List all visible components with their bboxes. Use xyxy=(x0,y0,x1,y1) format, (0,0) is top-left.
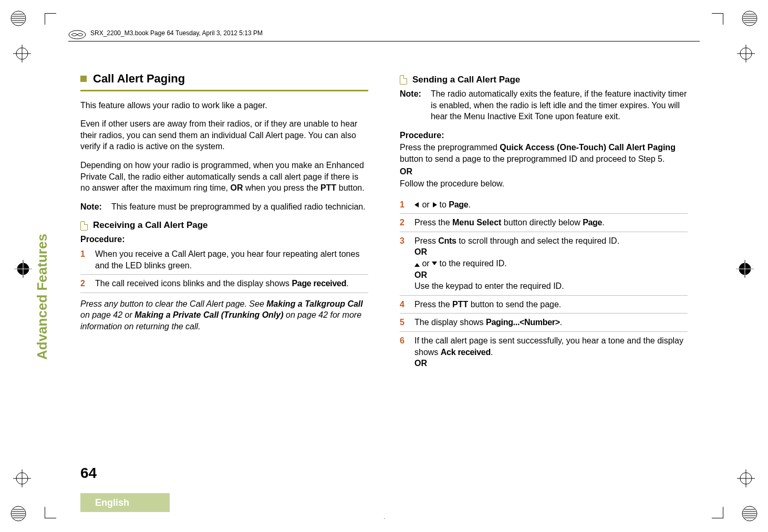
text: . xyxy=(560,318,562,327)
note-row: Note: The radio automatically exits the … xyxy=(400,88,688,122)
density-icon xyxy=(739,8,760,29)
crop-mark xyxy=(45,507,56,518)
procedure-step: 3 Press Cnts to scroll through and selec… xyxy=(400,233,688,296)
crop-mark xyxy=(712,13,723,25)
density-icon xyxy=(8,8,29,29)
step-number: 1 xyxy=(80,248,90,271)
cross-reference: Press any button to clear the Call Alert… xyxy=(80,298,368,332)
text: The call received icons blinks and the d… xyxy=(95,279,292,288)
procedure-step: 6 If the call alert page is sent success… xyxy=(400,333,688,372)
section-rule xyxy=(80,90,368,91)
radio-display-text: Page xyxy=(449,200,468,209)
text-bold: Menu Select xyxy=(452,218,501,227)
page-icon xyxy=(80,221,88,231)
text: to the required ID. xyxy=(437,259,507,268)
procedure-step: 2 Press the Menu Select button directly … xyxy=(400,215,688,232)
text: . xyxy=(468,200,470,209)
radio-display-text: Cnts xyxy=(438,236,456,245)
step-number: 1 xyxy=(400,199,409,211)
text: Press the preprogrammed xyxy=(400,143,500,152)
crosshair-icon xyxy=(737,470,755,487)
or-text: OR xyxy=(414,270,427,279)
step-number: 5 xyxy=(400,317,409,328)
step-number: 2 xyxy=(80,278,90,289)
intro-paragraph: Depending on how your radio is programme… xyxy=(80,160,368,194)
text: or xyxy=(420,200,432,209)
radio-display-text: Page xyxy=(583,218,602,227)
header-filename: SRX_2200_M3.book Page 64 Tuesday, April … xyxy=(90,30,263,36)
or-text: OR xyxy=(414,247,427,256)
subsection-header: Sending a Call Alert Page xyxy=(400,74,688,86)
note-body: This feature must be preprogrammed by a … xyxy=(111,201,368,213)
density-icon xyxy=(8,503,29,524)
text: when you press the xyxy=(243,183,320,192)
procedure-step: 4 Press the PTT button to send the page. xyxy=(400,297,688,314)
step-body: The call received icons blinks and the d… xyxy=(95,278,368,289)
procedure-step: 5 The display shows Paging...<Number>. xyxy=(400,315,688,332)
step-number: 3 xyxy=(400,235,409,292)
text-bold: PTT xyxy=(320,183,336,192)
crop-mark xyxy=(712,507,723,518)
page-header: SRX_2200_M3.book Page 64 Tuesday, April … xyxy=(68,28,700,41)
crosshair-icon xyxy=(13,45,31,62)
radio-display-text: Ack received xyxy=(441,348,491,357)
text: Press the xyxy=(414,300,452,309)
note-body: The radio automatically exits the featur… xyxy=(431,88,688,122)
procedure-step: 1 When you receive a Call Alert page, yo… xyxy=(80,246,368,275)
density-icon xyxy=(739,503,760,524)
text: button to send a page to the preprogramm… xyxy=(400,154,665,163)
section-header: Call Alert Paging xyxy=(80,71,368,87)
text: or xyxy=(420,259,432,268)
content-columns: Call Alert Paging This feature allows yo… xyxy=(80,71,688,466)
right-column: Sending a Call Alert Page Note: The radi… xyxy=(400,71,688,466)
section-bullet-icon xyxy=(80,76,87,82)
text: to scroll through and select the require… xyxy=(456,236,619,245)
subsection-title: Sending a Call Alert Page xyxy=(412,74,520,86)
procedure-label: Procedure: xyxy=(400,130,688,141)
language-tab: English xyxy=(80,493,170,512)
note-label: Note: xyxy=(80,201,102,213)
step-number: 2 xyxy=(400,217,409,228)
step-number: 6 xyxy=(400,335,409,369)
crosshair-icon xyxy=(13,470,31,487)
text: button to send the page. xyxy=(468,300,561,309)
down-arrow-icon xyxy=(432,262,437,265)
subsection-header: Receiving a Call Alert Page xyxy=(80,220,368,232)
step-body: When you receive a Call Alert page, you … xyxy=(95,248,368,271)
book-icon xyxy=(68,29,86,40)
procedure-step: 2 The call received icons blinks and the… xyxy=(80,276,368,293)
step-body: Press the PTT button to send the page. xyxy=(414,299,688,310)
text-bold: OR xyxy=(230,183,243,192)
radio-display-text: Paging...<Number> xyxy=(486,318,560,327)
radio-display-text: Page received xyxy=(292,279,346,288)
procedure-step: 1 or to Page. xyxy=(400,197,688,214)
left-column: Call Alert Paging This feature allows yo… xyxy=(80,71,368,466)
step-body: Press Cnts to scroll through and select … xyxy=(414,235,688,292)
crosshair-icon xyxy=(737,45,755,62)
step-body: or to Page. xyxy=(414,199,688,211)
step-body: Press the Menu Select button directly be… xyxy=(414,217,688,228)
page-number: 64 xyxy=(80,465,97,482)
crosshair-icon xyxy=(14,260,32,278)
crosshair-icon xyxy=(736,260,754,278)
or-text: OR xyxy=(414,359,427,368)
text: Press xyxy=(414,236,438,245)
right-arrow-icon xyxy=(433,202,437,207)
step-body: The display shows Paging...<Number>. xyxy=(414,317,688,328)
or-text: OR xyxy=(400,166,688,178)
note-label: Note: xyxy=(400,88,421,122)
text: . xyxy=(602,218,604,227)
section-title: Call Alert Paging xyxy=(93,71,185,87)
text: Use the keypad to enter the required ID. xyxy=(414,281,564,290)
text: . xyxy=(491,348,493,357)
side-tab-label: Advanced Features xyxy=(34,234,50,360)
text: Press any button to clear the Call Alert… xyxy=(80,299,266,308)
text: button directly below xyxy=(501,218,583,227)
step-number: 4 xyxy=(400,299,409,310)
intro-paragraph: This feature allows your radio to work l… xyxy=(80,100,368,111)
text: on page 42 or xyxy=(80,310,134,319)
up-arrow-icon xyxy=(414,263,420,267)
procedure-label: Procedure: xyxy=(80,234,368,245)
language-label: English xyxy=(95,497,129,508)
text: Press the xyxy=(414,218,452,227)
